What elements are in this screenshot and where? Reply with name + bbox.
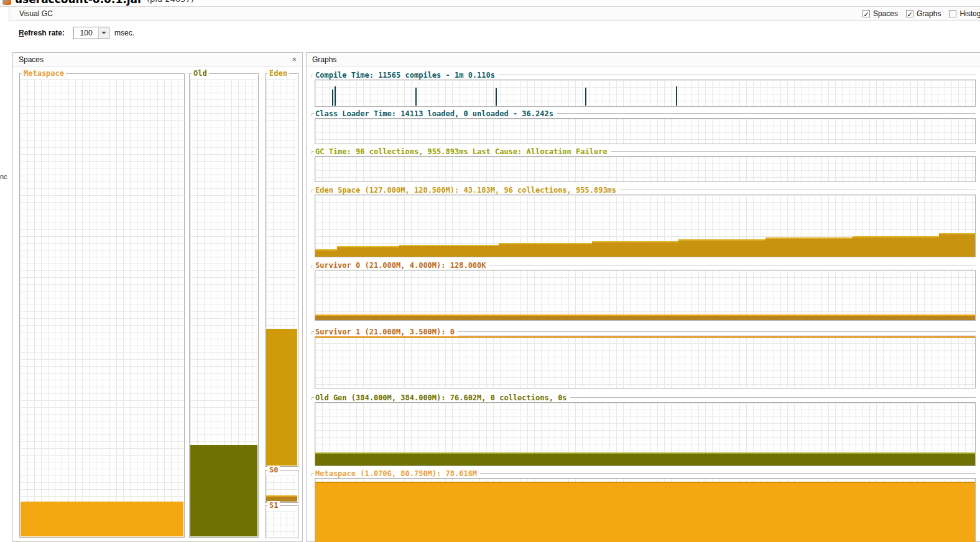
checkbox-box-icon[interactable] [949,10,956,17]
graph-strip-chart-4 [315,270,976,321]
space-column-grid [190,79,257,536]
step-fill-segment [592,241,678,257]
space-column-label: S1 [267,501,280,510]
checkbox-spaces[interactable]: ✓Spaces [862,9,898,18]
graph-strip-label: Metaspace (1.070G, 80.750M): 78.616M [314,469,480,478]
refresh-rate-label: Refresh rate: [19,29,65,37]
step-fill-segment [337,246,399,257]
refresh-rate-value: 100 [74,27,98,39]
space-column-fill [190,445,257,536]
window-title: useraccount-0.0.1.jar [15,0,142,6]
step-fill-segment [765,237,853,257]
combo-dropdown-button[interactable] [98,27,109,39]
chart-fill [315,452,975,466]
space-column-fill [266,329,297,466]
checkbox-box-icon[interactable]: ✓ [862,10,870,17]
checkbox-label: Spaces [873,9,898,18]
space-column-label: S0 [267,466,280,474]
graphs-panel-title: Graphs [312,55,336,64]
space-column-metaspace: Metaspace [19,73,185,538]
step-fill-segment [499,243,592,257]
graph-strip-chart-3 [315,195,976,257]
compile-spike [496,88,497,106]
graph-strip-chart-2 [315,156,976,182]
checkbox-graphs[interactable]: ✓Graphs [906,9,941,18]
graph-strip-chart-0 [315,80,976,107]
compile-spike [332,90,333,106]
space-column-label: Metaspace [22,69,66,78]
checkbox-label: Graphs [917,9,941,18]
spaces-panel: MetaspaceOldEdenS0S1 Spaces × [12,52,303,542]
space-column-grid [266,511,297,537]
refresh-toolbar: Refresh rate: 100 msec. [9,21,980,45]
spaces-panel-header: Spaces × [13,53,302,67]
compile-spike [676,86,677,106]
space-column-old: Old [189,73,259,538]
space-column-label: Old [192,69,209,78]
visualgc-tab-label: Visual GC [19,9,53,18]
graph-strip-label: GC Time: 96 collections, 955.893ms Last … [314,147,611,156]
space-column-grid [266,79,297,466]
space-column-fill [21,502,183,536]
step-fill-segment [853,236,939,257]
space-column-label: Eden [267,69,289,78]
graph-strip-label: Survivor 0 (21.000M, 4.000M): 128.000K [314,261,489,270]
checkbox-histogram[interactable]: Histogram [949,9,980,18]
step-fill-segment [315,249,337,257]
window-pid: (pid 24657) [147,0,194,4]
graph-strip-label: Class Loader Time: 14113 loaded, 0 unloa… [314,109,557,118]
visualvm-window: useraccount-0.0.1.jar (pid 24657) Visual… [0,0,980,542]
app-icon [2,0,11,5]
chart-fill [315,315,975,320]
spaces-close-button[interactable]: × [292,55,297,63]
step-fill-segment [399,245,499,257]
window-title-bar: useraccount-0.0.1.jar (pid 24657) [0,0,980,7]
graph-strip-label: Survivor 1 (21.000M, 3.500M): 0 [314,328,458,336]
refresh-mnemonic: R [19,29,24,37]
checkbox-box-icon[interactable]: ✓ [906,10,913,17]
graph-strip-label: Old Gen (384.000M, 384.000M): 76.602M, 0… [314,393,570,402]
refresh-rate-select[interactable]: 100 [73,27,109,39]
compile-spike [415,88,417,106]
chart-fill [315,482,975,542]
spaces-panel-title: Spaces [19,55,44,64]
graph-strip-label: Eden Space (127.000M, 120.500M): 43.103M… [314,186,619,195]
spaces-columns: MetaspaceOldEdenS0S1 [13,53,302,541]
left-edge-text-fragment: nc [0,173,7,180]
graph-strip-label: Compile Time: 11565 compiles - 1m 0.110s [314,71,498,80]
graph-strip-chart-1 [315,118,976,144]
space-column-s1: S1 [265,505,298,538]
tab-checkboxes: ✓Spaces✓GraphsHistogram [862,7,980,21]
compile-spike [335,86,336,106]
visualgc-tab-bar: Visual GC ✓Spaces✓GraphsHistogram [9,7,980,21]
checkbox-label: Histogram [959,9,980,18]
graphs-panel: Compile Time: 11565 compiles - 1m 0.110s… [306,52,980,542]
refresh-label-rest: efresh rate: [24,29,65,37]
graph-strip-chart-7 [315,478,976,542]
chart-top-line [315,336,975,338]
compile-spike [585,88,586,106]
refresh-rate-unit: msec. [114,29,134,37]
chevron-down-icon [101,32,106,34]
graphs-strips: Compile Time: 11565 compiles - 1m 0.110s… [307,53,980,541]
step-fill-segment [678,239,765,257]
graph-strip-chart-5 [315,336,976,388]
space-column-grid [21,79,183,536]
graphs-panel-header: Graphs [307,53,980,67]
space-column-s0: S0 [265,470,298,503]
space-column-eden: Eden [265,73,298,467]
graph-strip-chart-6 [315,402,976,466]
step-fill-segment [939,233,975,257]
space-column-grid [266,475,297,502]
